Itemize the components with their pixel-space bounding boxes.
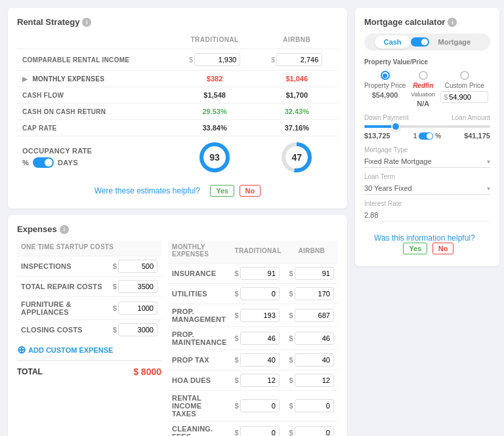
utilities-trad-input[interactable]	[240, 287, 280, 300]
dollar-sign: $	[271, 56, 275, 64]
table-row: INSPECTIONS $	[17, 256, 161, 277]
prop-tax-trad-input[interactable]	[240, 353, 280, 367]
loan-term-select[interactable]: 30 Years Fixed	[364, 182, 490, 195]
one-time-total-row: TOTAL $ 8000	[17, 360, 161, 377]
hoa-airbnb-input[interactable]	[295, 374, 334, 387]
mortgage-type-select[interactable]: Fixed Rate Mortgage	[364, 155, 490, 168]
utilities-airbnb-input[interactable]	[295, 287, 334, 300]
prop-mgmt-airbnb-input[interactable]	[295, 309, 334, 322]
dollar-sign: $	[444, 93, 448, 101]
dollar-sign: $	[113, 304, 117, 312]
mortgage-helpful-no[interactable]: No	[432, 243, 454, 254]
tab-cash[interactable]: Cash	[375, 35, 411, 49]
down-payment-slider-track	[364, 125, 490, 128]
property-price-radio[interactable]	[381, 71, 390, 80]
cap-rate-traditional: 33.84%	[174, 120, 256, 136]
cleaning-label: CLEANING. FEES	[168, 422, 230, 437]
prop-mgmt-trad-input[interactable]	[240, 309, 280, 322]
table-row: PROP. MAINTENANCE $ $	[168, 327, 338, 350]
prop-tax-airbnb-wrap: $	[289, 353, 334, 367]
table-row: CASH ON CASH RETURN 29.53% 32.43%	[17, 104, 338, 120]
interest-rate-label: Interest Rate	[364, 200, 490, 207]
mortgage-card: Mortgage calculator i Cash Mortgage Prop…	[355, 8, 499, 266]
repair-label: TOTAL REPAIR COSTS	[17, 277, 109, 297]
inspection-input[interactable]	[118, 260, 158, 273]
expenses-grid: ONE TIME STARTUP COSTS INSPECTIONS $	[17, 241, 338, 436]
pct-toggle-wrap: 1 %	[413, 132, 441, 140]
strategy-col-airbnb: AIRBNB	[256, 33, 338, 49]
repair-input[interactable]	[118, 280, 158, 293]
custom-price-input-wrap: $	[440, 91, 488, 103]
dollar-sign: $	[113, 326, 117, 334]
rental-tax-airbnb-wrap: $	[289, 399, 334, 412]
rental-tax-airbnb-input[interactable]	[295, 399, 334, 412]
row-label-monthly-expenses: ▶ MONTHLY EXPENSES	[17, 71, 174, 87]
down-payment-label-row: Down Payment Loan Amount	[364, 114, 490, 121]
rental-income-traditional-input[interactable]	[194, 53, 240, 66]
add-one-time-expense-button[interactable]: ⊕ ADD CUSTOM EXPENSE	[17, 340, 161, 360]
insurance-airbnb-wrap: $	[289, 267, 334, 280]
table-row: OCCUPANCY RATE % Days	[17, 136, 338, 179]
hoa-trad-input[interactable]	[240, 374, 280, 387]
rental-helpful-no[interactable]: No	[240, 185, 261, 197]
hoa-airbnb-wrap: $	[289, 374, 334, 387]
loan-term-label: Loan Term	[364, 173, 490, 180]
prop-maint-airbnb-wrap: $	[289, 332, 334, 345]
prop-tax-airbnb-input[interactable]	[295, 353, 334, 367]
pct-toggle[interactable]	[419, 132, 433, 140]
custom-price-radio[interactable]	[460, 71, 469, 80]
one-time-total-label: TOTAL	[17, 367, 43, 376]
custom-price-label: Custom Price	[445, 82, 484, 89]
rental-helpful-yes[interactable]: Yes	[210, 185, 234, 197]
occupancy-toggle[interactable]	[33, 157, 54, 168]
property-price-option: Property Price $54,900	[364, 71, 406, 99]
mortgage-helpful-yes[interactable]: Yes	[403, 243, 427, 254]
cleaning-airbnb-input[interactable]	[295, 426, 334, 436]
redfin-valuation-option: Redfin Valuation N/A	[411, 71, 435, 108]
mortgage-type-label: Mortgage Type	[364, 146, 490, 153]
loan-amount-label: Loan Amount	[452, 114, 490, 121]
monthly-table: MONTHLY EXPENSES TRADITIONAL AIRBNB INSU…	[168, 241, 338, 436]
prop-maint-trad-input[interactable]	[240, 332, 280, 345]
property-value-options: Property Price $54,900 Redfin Valuation …	[364, 71, 490, 108]
rental-tax-trad-wrap: $	[234, 399, 281, 412]
rental-income-airbnb-input[interactable]	[276, 53, 322, 66]
prop-tax-trad-wrap: $	[234, 353, 281, 367]
prop-maint-airbnb-input[interactable]	[295, 332, 334, 345]
slider-thumb[interactable]	[391, 122, 400, 131]
monthly-costs-section: MONTHLY EXPENSES TRADITIONAL AIRBNB INSU…	[168, 241, 338, 436]
occupancy-airbnb-donut: 47	[261, 140, 333, 174]
dollar-sign: $	[113, 283, 117, 290]
cleaning-trad-input[interactable]	[240, 426, 280, 436]
monthly-airbnb-header: AIRBNB	[285, 241, 338, 264]
occupancy-controls: OCCUPANCY RATE	[22, 147, 169, 155]
prop-mgmt-airbnb-wrap: $	[289, 309, 334, 322]
table-row: COMPARABLE RENTAL INCOME $ $	[17, 49, 338, 71]
loan-term-field: Loan Term 30 Years Fixed	[364, 173, 490, 195]
mortgage-helpful-text: Was this information helpful?	[374, 233, 475, 243]
closing-input[interactable]	[118, 323, 158, 336]
cleaning-trad-wrap: $	[234, 426, 281, 436]
tab-mortgage[interactable]: Mortgage	[429, 35, 480, 49]
table-row: CLOSING COSTS $	[17, 320, 161, 340]
inspection-input-wrap: $	[113, 260, 158, 273]
mortgage-info-icon[interactable]: i	[448, 18, 457, 27]
furniture-input[interactable]	[118, 302, 158, 315]
mortgage-calculator-panel: Mortgage calculator i Cash Mortgage Prop…	[355, 8, 499, 436]
property-value-section: Property Value/Price Property Price $54,…	[364, 58, 490, 108]
insurance-airbnb-input[interactable]	[295, 267, 334, 280]
expenses-info-icon[interactable]: i	[60, 225, 69, 234]
cash-mortgage-toggle[interactable]	[411, 37, 429, 47]
utilities-trad-wrap: $	[234, 287, 281, 300]
dollar-sign: $	[113, 262, 117, 270]
expenses-title: Expenses	[17, 224, 57, 234]
donut-traditional: 93	[198, 140, 232, 174]
redfin-radio[interactable]	[419, 71, 428, 80]
custom-price-input[interactable]	[449, 93, 485, 101]
insurance-trad-input[interactable]	[240, 267, 280, 280]
rental-strategy-info-icon[interactable]: i	[82, 18, 91, 27]
utilities-label: UTILITIES	[168, 284, 230, 304]
down-payment-label: Down Payment	[364, 114, 409, 121]
rental-tax-trad-input[interactable]	[240, 399, 280, 412]
one-time-header: ONE TIME STARTUP COSTS	[17, 241, 161, 256]
